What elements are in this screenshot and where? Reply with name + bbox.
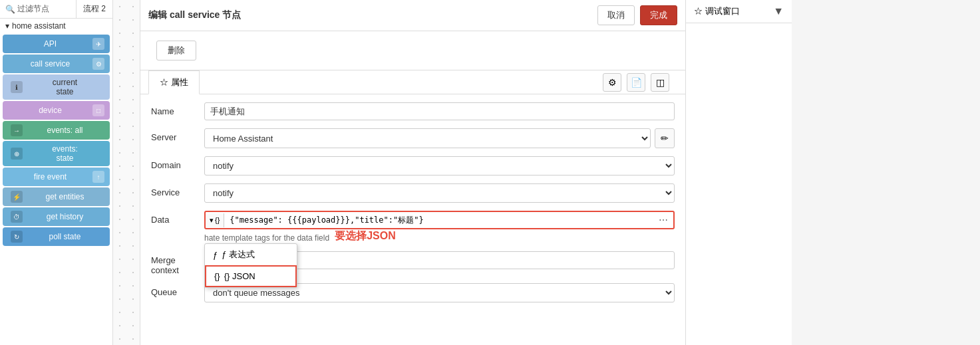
annotation-text: 要选择JSON bbox=[335, 229, 396, 243]
tab-properties[interactable]: ☆ 属性 bbox=[148, 70, 200, 94]
data-label: Data bbox=[151, 211, 204, 225]
data-hint-row: hate template tags for the data field 要选… bbox=[204, 229, 675, 243]
queue-label: Queue bbox=[151, 283, 204, 297]
json-label: {} JSON bbox=[224, 271, 255, 281]
panel-header: 编辑 call service 节点 取消 完成 bbox=[140, 0, 685, 31]
cancel-button[interactable]: 取消 bbox=[597, 5, 635, 25]
tab-properties-label: ☆ 属性 bbox=[160, 76, 188, 88]
expression-label: ƒ 表达式 bbox=[222, 249, 255, 261]
json-option[interactable]: {} {} JSON bbox=[205, 265, 297, 287]
node-gethistory-icon: ⏱ bbox=[11, 211, 23, 223]
node-currentstate-label: currentstate bbox=[25, 78, 104, 96]
debug-filter-button[interactable]: ▼ bbox=[773, 5, 784, 17]
json-icon: {} bbox=[214, 271, 220, 281]
server-select[interactable]: Home Assistant bbox=[204, 128, 651, 148]
node-eventsall-label: events: all bbox=[25, 126, 104, 135]
tab-icon-group: ⚙ 📄 ◫ bbox=[603, 73, 677, 92]
data-type-label: {} bbox=[215, 216, 220, 224]
domain-label: Domain bbox=[151, 156, 204, 170]
node-api-label: API bbox=[11, 39, 90, 49]
node-getentities-icon: ⚡ bbox=[11, 191, 23, 203]
name-row: Name bbox=[151, 102, 675, 120]
right-panel: 编辑 call service 节点 取消 完成 删除 ☆ 属性 ⚙ 📄 ◫ N… bbox=[140, 0, 685, 345]
node-fireevent-label: fire event bbox=[11, 172, 90, 181]
expression-option[interactable]: ƒ ƒ 表达式 bbox=[205, 244, 297, 265]
sidebar-item-events-state[interactable]: ⊕ events:state bbox=[3, 141, 110, 166]
canvas[interactable] bbox=[113, 0, 140, 345]
filter-section[interactable]: 🔍 过滤节点 bbox=[0, 0, 77, 18]
delete-button[interactable]: 删除 bbox=[156, 41, 196, 60]
service-label: Service bbox=[151, 183, 204, 197]
debug-panel: ☆ 调试窗口 ▼ bbox=[685, 0, 792, 345]
server-input-group: Home Assistant ✏ bbox=[204, 128, 675, 148]
service-row: Service notify bbox=[151, 183, 675, 203]
sidebar-item-device[interactable]: device □ bbox=[3, 101, 110, 120]
data-hint-text: hate template tags for the data field bbox=[204, 231, 329, 243]
data-field-wrapper: ▾ {} ⋯ ƒ ƒ 表达式 {} {} JSON bbox=[204, 211, 675, 243]
sidebar-item-fire-event[interactable]: fire event ↑ bbox=[3, 168, 110, 186]
panel-body: Name Server Home Assistant ✏ Domain noti… bbox=[140, 94, 685, 345]
panel-title: 编辑 call service 节点 bbox=[148, 9, 241, 21]
done-button[interactable]: 完成 bbox=[640, 5, 677, 25]
node-api-icon: ✈ bbox=[92, 38, 104, 50]
sidebar: 🔍 过滤节点 流程 2 ▾ home assistant API ✈ call … bbox=[0, 0, 113, 345]
sidebar-item-api[interactable]: API ✈ bbox=[3, 35, 110, 53]
data-row: Data ▾ {} ⋯ ƒ ƒ 表达式 bbox=[151, 211, 675, 243]
node-callservice-label: call service bbox=[11, 59, 90, 68]
sidebar-item-get-history[interactable]: ⏱ get history bbox=[3, 207, 110, 226]
tab-doc-icon[interactable]: 📄 bbox=[627, 73, 645, 92]
node-eventsstate-label: events:state bbox=[25, 144, 104, 163]
sidebar-item-events-all[interactable]: → events: all bbox=[3, 121, 110, 140]
node-gethistory-label: get history bbox=[25, 212, 104, 221]
search-icon: 🔍 bbox=[5, 5, 15, 14]
node-pollstate-label: poll state bbox=[25, 232, 104, 241]
merge-label: Merge context bbox=[151, 251, 204, 275]
tab-export-icon[interactable]: ◫ bbox=[651, 73, 669, 92]
data-type-arrow: ▾ bbox=[210, 216, 214, 225]
flow-section[interactable]: 流程 2 bbox=[77, 0, 112, 18]
server-label: Server bbox=[151, 128, 204, 142]
node-pollstate-icon: ↻ bbox=[11, 231, 23, 243]
domain-select[interactable]: notify bbox=[204, 156, 675, 175]
data-menu-button[interactable]: ⋯ bbox=[653, 212, 673, 228]
data-type-dropdown: ƒ ƒ 表达式 {} {} JSON bbox=[204, 243, 297, 288]
node-eventsall-icon: → bbox=[11, 124, 23, 136]
server-edit-icon[interactable]: ✏ bbox=[655, 128, 675, 148]
node-device-label: device bbox=[11, 106, 90, 115]
node-callservice-icon: ⚙ bbox=[92, 58, 104, 70]
node-currentstate-icon: ℹ bbox=[11, 81, 23, 93]
node-fireevent-icon: ↑ bbox=[92, 171, 104, 183]
data-type-button[interactable]: ▾ {} bbox=[206, 213, 224, 227]
debug-title: ☆ 调试窗口 bbox=[694, 5, 740, 17]
name-input[interactable] bbox=[204, 102, 675, 120]
sidebar-item-call-service[interactable]: call service ⚙ bbox=[3, 55, 110, 73]
sidebar-item-current-state[interactable]: ℹ currentstate bbox=[3, 74, 110, 100]
node-device-icon: □ bbox=[92, 104, 104, 116]
sidebar-group-header[interactable]: ▾ home assistant bbox=[0, 19, 112, 33]
server-row: Server Home Assistant ✏ bbox=[151, 128, 675, 148]
service-select[interactable]: notify bbox=[204, 183, 675, 203]
sidebar-item-poll-state[interactable]: ↻ poll state bbox=[3, 227, 110, 246]
group-name: home assistant bbox=[12, 21, 66, 31]
sidebar-scroll: ▾ home assistant API ✈ call service ⚙ ℹ … bbox=[0, 19, 112, 345]
expression-icon: ƒ bbox=[213, 250, 218, 260]
node-eventsstate-icon: ⊕ bbox=[11, 148, 23, 160]
domain-row: Domain notify bbox=[151, 156, 675, 175]
data-value-input[interactable] bbox=[224, 212, 653, 228]
name-label: Name bbox=[151, 102, 204, 116]
data-input-row: ▾ {} ⋯ bbox=[204, 211, 675, 229]
tabs-row: ☆ 属性 ⚙ 📄 ◫ bbox=[140, 70, 685, 94]
tab-settings-icon[interactable]: ⚙ bbox=[603, 73, 621, 92]
debug-header: ☆ 调试窗口 ▼ bbox=[686, 0, 792, 23]
filter-label: 过滤节点 bbox=[17, 3, 49, 15]
sidebar-top-row: 🔍 过滤节点 流程 2 bbox=[0, 0, 112, 19]
sidebar-item-get-entities[interactable]: ⚡ get entities bbox=[3, 187, 110, 206]
flow-label: 流程 2 bbox=[83, 3, 106, 15]
delete-row: 删除 bbox=[140, 31, 685, 70]
collapse-arrow: ▾ bbox=[5, 21, 9, 31]
node-getentities-label: get entities bbox=[25, 192, 104, 201]
panel-actions: 取消 完成 bbox=[597, 5, 677, 25]
